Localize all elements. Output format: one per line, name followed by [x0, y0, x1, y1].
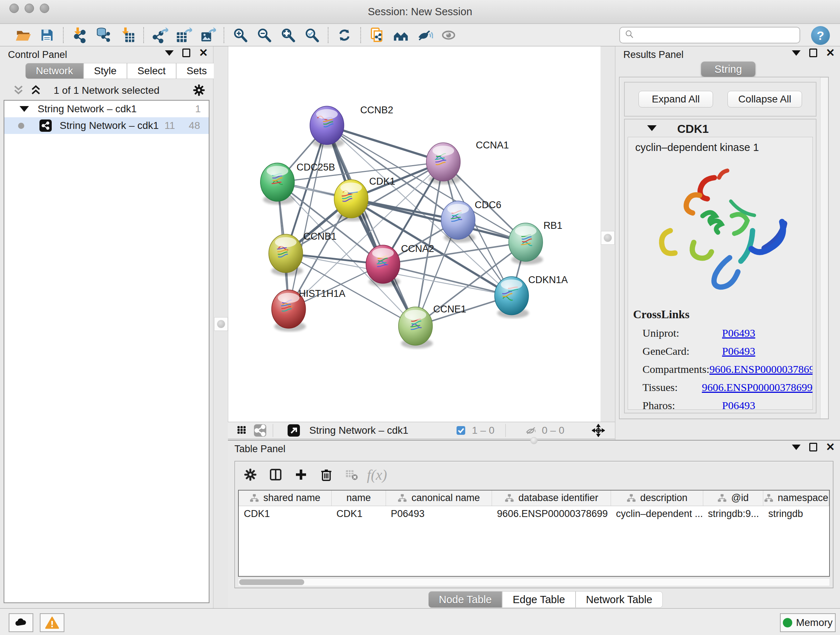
crosslink-link[interactable]: 9606.ENSP00000378699 [709, 363, 813, 375]
network-node-CCNA1[interactable] [426, 143, 461, 184]
zoom-selected-button[interactable] [302, 26, 322, 44]
network-share-icon[interactable] [254, 424, 266, 437]
clone-network-button[interactable] [367, 26, 387, 44]
warning-button[interactable] [40, 613, 65, 632]
network-node-CDK1[interactable] [334, 180, 369, 221]
open-session-button[interactable] [13, 26, 33, 44]
network-canvas[interactable]: CCNB2CCNA1CDC25BCDK1CDC6RB1CCNB1CCNA2CDK… [228, 46, 600, 422]
close-panel-icon[interactable]: ✕ [826, 443, 835, 451]
column-header-canonical-name[interactable]: canonical name [386, 491, 492, 506]
crosslink-link[interactable]: P06493 [722, 345, 755, 357]
table-cell[interactable]: CDK1 [239, 506, 332, 522]
pan-tool-icon[interactable] [592, 424, 605, 437]
export-image-button[interactable] [197, 26, 218, 44]
crosslink-link[interactable]: 9606.ENSP00000378699 [702, 381, 813, 394]
network-edge[interactable] [289, 125, 327, 309]
memory-button[interactable]: Memory [780, 613, 836, 632]
cloud-button[interactable] [9, 613, 33, 632]
add-column-icon[interactable] [292, 465, 310, 484]
network-node-CDC6[interactable] [441, 201, 475, 242]
control-panel-title: Control Panel [8, 49, 67, 60]
splitter-handle-icon[interactable] [217, 320, 225, 328]
column-header-shared-name[interactable]: shared name [239, 491, 332, 506]
show-hidden-button[interactable] [439, 26, 459, 44]
export-table-button[interactable] [174, 26, 194, 44]
table-row[interactable]: CDK1CDK1P064939606.ENSP00000378699cyclin… [239, 506, 829, 522]
left-splitter[interactable] [214, 46, 228, 608]
splitter-handle-icon[interactable] [604, 234, 612, 242]
float-panel-icon[interactable] [809, 443, 817, 451]
tab-string[interactable]: String [701, 62, 755, 77]
network-node-RB1[interactable] [508, 223, 543, 264]
float-panel-icon[interactable] [809, 49, 817, 57]
column-header--id[interactable]: @id [703, 491, 763, 506]
network-node-CDKN1A[interactable] [494, 277, 529, 318]
table-cell[interactable]: P06493 [386, 506, 492, 522]
search-input[interactable] [638, 30, 795, 41]
search-box[interactable] [619, 27, 800, 43]
selected-checkbox-icon[interactable] [454, 424, 467, 437]
close-panel-icon[interactable]: ✕ [826, 49, 835, 57]
expand-all-button[interactable]: Expand All [638, 91, 713, 108]
export-network-button[interactable] [150, 26, 170, 44]
help-button[interactable]: ? [811, 26, 830, 45]
gear-icon[interactable] [192, 83, 206, 98]
show-columns-icon[interactable] [266, 465, 285, 484]
network-node-CDC25B[interactable] [261, 163, 295, 204]
table-cell[interactable]: stringdb [763, 506, 829, 522]
table-cell[interactable]: 9606.ENSP00000378699 [492, 506, 611, 522]
node-table[interactable]: shared namenamecanonical namedatabase id… [238, 490, 830, 577]
column-header-description[interactable]: description [611, 491, 703, 506]
hidden-eye-icon[interactable] [524, 424, 538, 437]
column-header-name[interactable]: name [332, 491, 386, 506]
refresh-button[interactable] [334, 26, 355, 44]
tab-style[interactable]: Style [84, 63, 127, 79]
node-label-HIST1H1A: HIST1H1A [299, 288, 346, 299]
tab-node-table[interactable]: Node Table [428, 591, 502, 608]
import-table-button[interactable] [117, 26, 137, 44]
column-header-namespace[interactable]: namespace [763, 491, 829, 506]
network-collection-row[interactable]: String Network – cdk1 1 [4, 101, 209, 117]
collapse-all-button[interactable]: Collapse All [728, 91, 802, 108]
crosslink-link[interactable]: P06493 [722, 399, 755, 410]
network-node-CCNB2[interactable] [310, 106, 344, 148]
birdseye-view-icon[interactable] [287, 424, 300, 437]
right-splitter[interactable] [600, 46, 615, 422]
network-edge[interactable] [327, 125, 444, 162]
tab-network[interactable]: Network [25, 63, 84, 79]
save-session-button[interactable] [37, 26, 57, 44]
import-network-button[interactable] [69, 26, 90, 44]
import-database-button[interactable] [93, 26, 114, 44]
collection-expander-icon[interactable] [19, 106, 29, 112]
table-cell[interactable]: cyclin–dependent ... [611, 506, 703, 522]
minimize-panel-icon[interactable] [792, 50, 801, 56]
gene-expander-icon[interactable] [647, 125, 657, 131]
hide-selected-button[interactable] [415, 26, 435, 44]
close-panel-icon[interactable]: ✕ [199, 49, 208, 57]
grid-view-icon[interactable] [236, 424, 249, 437]
network-node-CCNA2[interactable] [366, 245, 401, 287]
tab-select[interactable]: Select [127, 63, 176, 79]
crosslink-link[interactable]: P06493 [722, 327, 755, 339]
zoom-in-button[interactable] [230, 26, 250, 44]
zoom-fit-button[interactable] [278, 26, 298, 44]
tab-edge-table[interactable]: Edge Table [502, 591, 576, 608]
tab-network-table[interactable]: Network Table [576, 591, 663, 608]
delete-column-icon[interactable] [317, 465, 336, 484]
table-settings-icon[interactable] [241, 465, 260, 484]
collection-count: 1 [195, 103, 201, 115]
show-all-button[interactable] [391, 26, 411, 44]
column-header-database-identifier[interactable]: database identifier [492, 491, 611, 506]
float-panel-icon[interactable] [182, 49, 190, 57]
results-scrollbar[interactable] [820, 78, 828, 418]
table-cell[interactable]: CDK1 [332, 506, 386, 522]
network-node-CCNB1[interactable] [269, 234, 303, 276]
minimize-panel-icon[interactable] [792, 445, 801, 450]
table-cell[interactable]: stringdb:9... [703, 506, 763, 522]
tab-sets[interactable]: Sets [176, 63, 218, 79]
minimize-panel-icon[interactable] [165, 50, 174, 56]
network-row[interactable]: String Network – cdk1 11 48 [4, 117, 209, 134]
table-hscrollbar[interactable] [238, 578, 830, 586]
network-node-CCNE1[interactable] [399, 307, 433, 348]
zoom-out-button[interactable] [254, 26, 274, 44]
